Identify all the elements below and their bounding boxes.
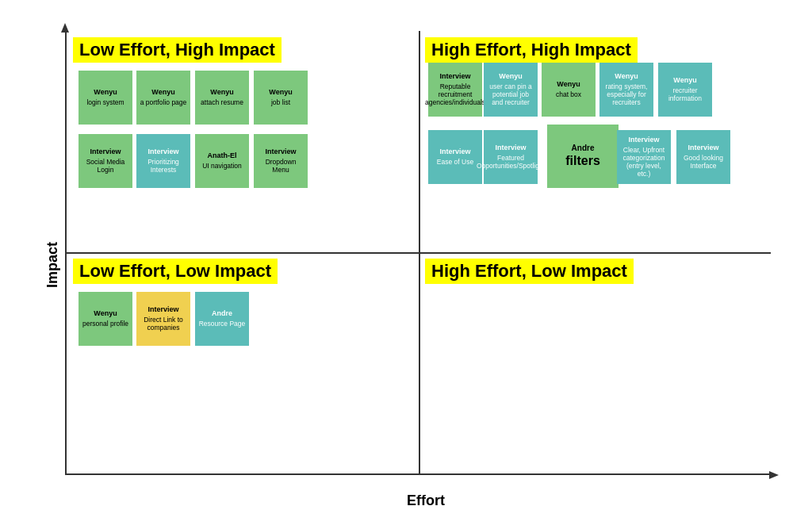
quadrant-label-bot-left: Low Effort, Low Impact — [73, 259, 278, 284]
sticky-wenyu-joblist: Wenyu job list — [254, 71, 308, 125]
quadrant-label-top-left: Low Effort, High Impact — [73, 37, 282, 63]
sticky-wenyu-rating: Wenyu rating system, especially for recr… — [599, 63, 653, 117]
sticky-interview-featured: Interview Featured Opportunities/Spotlig… — [484, 130, 538, 184]
sticky-interview-reputable: Interview Reputable recruitment agencies… — [428, 63, 482, 117]
sticky-wenyu-chatbox: Wenyu chat box — [542, 63, 596, 117]
y-axis-label: Impact — [44, 241, 61, 287]
sticky-interview-categorization: Interview Clear, Upfront categorization … — [617, 130, 671, 184]
plot-area: Low Effort, High Impact High Effort, Hig… — [65, 31, 771, 475]
sticky-wenyu-portfolio: Wenyu a portfolio page — [136, 71, 190, 125]
quadrant-label-bot-right: High Effort, Low Impact — [425, 259, 634, 284]
x-axis-label: Effort — [407, 493, 445, 509]
effort-impact-chart: Impact Effort Low Effort, High Impact Hi… — [25, 19, 787, 511]
sticky-andre-resource: Andre Resource Page — [195, 292, 249, 346]
sticky-interview-prioritizing: Interview Prioritizing Interests — [136, 134, 190, 188]
sticky-anathel-ui: Anath-El UI navigation — [195, 134, 249, 188]
sticky-interview-dropdown: Interview Dropdown Menu — [254, 134, 308, 188]
sticky-andre-filters: Andre filters — [547, 125, 619, 188]
sticky-wenyu-pin: Wenyu user can pin a potential job and r… — [484, 63, 538, 117]
sticky-interview-easeofuse: Interview Ease of Use — [428, 130, 482, 184]
quadrant-label-top-right: High Effort, High Impact — [425, 37, 638, 63]
horizontal-divider — [67, 252, 771, 254]
sticky-wenyu-recruiter: Wenyu recruiter information — [658, 63, 712, 117]
sticky-interview-goodlooking: Interview Good looking Interface — [676, 130, 730, 184]
sticky-interview-directlink: Interview Direct Link to companies — [136, 292, 190, 346]
sticky-wenyu-profile: Wenyu personal profile — [79, 292, 132, 346]
sticky-wenyu-login: Wenyu login system — [79, 71, 132, 125]
sticky-interview-social: Interview Social Media Login — [79, 134, 132, 188]
sticky-wenyu-resume: Wenyu attach resume — [195, 71, 249, 125]
